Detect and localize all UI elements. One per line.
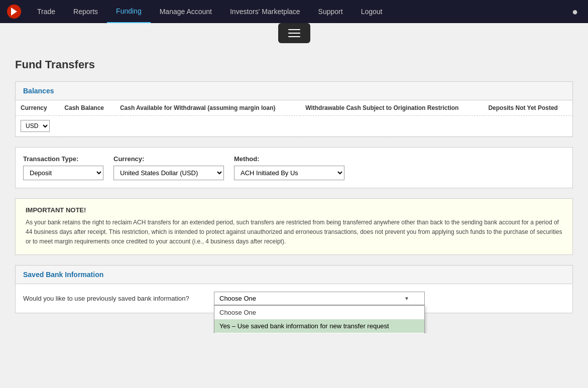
hamburger-line-2 (288, 33, 300, 34)
logo[interactable] (5, 3, 23, 21)
nav-reports[interactable]: Reports (64, 0, 107, 23)
important-note-text: As your bank retains the right to reclai… (26, 218, 562, 247)
bank-dropdown-container: Choose One ▼ Choose One Yes – Use saved … (214, 292, 425, 305)
cash-available-cell (115, 116, 300, 137)
transaction-type-label: Transaction Type: (23, 155, 103, 163)
nav-funding[interactable]: Funding (107, 0, 151, 23)
col-cash-balance: Cash Balance (59, 100, 115, 116)
currency-cell: USD (16, 116, 59, 137)
bank-question: Would you like to use previously saved b… (23, 295, 204, 302)
balances-section: Balances Currency Cash Balance Cash Avai… (15, 81, 573, 137)
page-title: Fund Transfers (15, 58, 573, 71)
transaction-method-label: Method: (234, 155, 344, 163)
transaction-type-group: Transaction Type: Deposit Withdrawal (23, 155, 103, 180)
saved-bank-section: Saved Bank Information Would you like to… (15, 265, 573, 313)
balances-header: Balances (16, 82, 572, 100)
balances-table: Currency Cash Balance Cash Available for… (16, 100, 572, 137)
transaction-section: Transaction Type: Deposit Withdrawal Cur… (15, 147, 573, 188)
chevron-down-icon: ▼ (404, 296, 409, 301)
nav-logout[interactable]: Logout (352, 0, 392, 23)
transaction-method-select[interactable]: ACH Initiated By Us ACH Initiated Wire T… (234, 166, 344, 180)
nav-support[interactable]: Support (309, 0, 352, 23)
bank-option-choose-one[interactable]: Choose One (214, 306, 424, 319)
nav-items: Trade Reports Funding Manage Account Inv… (28, 0, 567, 23)
nav-trade[interactable]: Trade (28, 0, 64, 23)
col-cash-available: Cash Available for Withdrawal (assuming … (115, 100, 300, 116)
nav-manage-account[interactable]: Manage Account (151, 0, 221, 23)
bank-option-yes[interactable]: Yes – Use saved bank information for new… (214, 319, 424, 333)
cash-balance-cell (59, 116, 115, 137)
bank-option-no[interactable]: No – Create new bank information only (214, 333, 424, 333)
nav-investors-marketplace[interactable]: Investors' Marketplace (221, 0, 309, 23)
withdrawable-cell (300, 116, 483, 137)
bank-row: Would you like to use previously saved b… (23, 292, 565, 305)
main-content: Fund Transfers Balances Currency Cash Ba… (0, 48, 588, 333)
bank-dropdown-value: Choose One (219, 295, 404, 302)
table-row: USD (16, 116, 572, 137)
transaction-currency-group: Currency: United States Dollar (USD) Eur… (113, 155, 224, 180)
hamburger-bar (0, 23, 588, 43)
currency-select[interactable]: USD (21, 120, 50, 132)
important-note: IMPORTANT NOTE! As your bank retains the… (15, 198, 573, 255)
deposits-cell (483, 116, 572, 137)
col-withdrawable: Withdrawable Cash Subject to Origination… (300, 100, 483, 116)
transaction-type-select[interactable]: Deposit Withdrawal (23, 166, 103, 180)
saved-bank-title: Saved Bank Information (23, 271, 103, 279)
hamburger-line-3 (288, 36, 300, 37)
transaction-currency-select[interactable]: United States Dollar (USD) Euro (EUR) Br… (113, 166, 224, 180)
col-currency: Currency (16, 100, 59, 116)
saved-bank-body: Would you like to use previously saved b… (16, 284, 572, 313)
transaction-form: Transaction Type: Deposit Withdrawal Cur… (16, 148, 572, 188)
col-deposits: Deposits Not Yet Posted (483, 100, 572, 116)
hamburger-button[interactable] (278, 23, 310, 43)
bank-dropdown-options: Choose One Yes – Use saved bank informat… (214, 305, 425, 333)
important-note-title: IMPORTANT NOTE! (26, 206, 562, 214)
globe-icon[interactable]: ● (567, 6, 583, 18)
saved-bank-header: Saved Bank Information (16, 266, 572, 284)
navigation: Trade Reports Funding Manage Account Inv… (0, 0, 588, 23)
balances-title: Balances (23, 87, 54, 95)
transaction-method-group: Method: ACH Initiated By Us ACH Initiate… (234, 155, 344, 180)
transaction-currency-label: Currency: (113, 155, 224, 163)
hamburger-line-1 (288, 29, 300, 30)
bank-dropdown-display[interactable]: Choose One ▼ (214, 292, 425, 305)
